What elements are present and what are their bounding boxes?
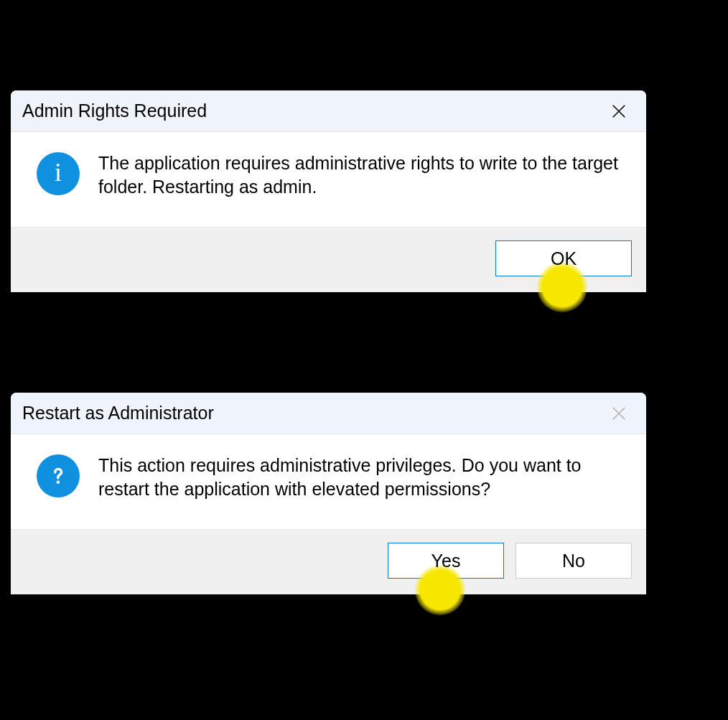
- close-icon: [611, 103, 627, 119]
- ok-button-label: OK: [551, 248, 577, 269]
- close-icon: [611, 406, 627, 421]
- dialog-restart-as-administrator: Restart as Administrator This action req…: [11, 393, 646, 594]
- button-bar: Yes No: [11, 529, 646, 594]
- dialog-admin-rights-required: Admin Rights Required i The application …: [11, 90, 646, 292]
- no-button-label: No: [562, 551, 585, 571]
- titlebar: Restart as Administrator: [11, 393, 646, 434]
- dialog-title: Admin Rights Required: [22, 100, 207, 121]
- ok-button[interactable]: OK: [495, 240, 632, 276]
- dialog-message: The application requires administrative …: [98, 151, 620, 198]
- dialog-title: Restart as Administrator: [22, 403, 214, 424]
- info-icon: i: [37, 152, 80, 195]
- close-button-disabled: [605, 399, 633, 428]
- no-button[interactable]: No: [515, 543, 632, 579]
- close-button[interactable]: [605, 97, 633, 126]
- dialog-message: This action requires administrative priv…: [98, 453, 620, 500]
- question-icon: [37, 454, 80, 497]
- dialog-content: This action requires administrative priv…: [11, 434, 646, 529]
- dialog-content: i The application requires administrativ…: [11, 132, 646, 227]
- yes-button[interactable]: Yes: [388, 543, 504, 579]
- svg-point-4: [57, 481, 60, 485]
- button-bar: OK: [11, 227, 646, 292]
- yes-button-label: Yes: [431, 551, 461, 571]
- titlebar: Admin Rights Required: [11, 90, 646, 132]
